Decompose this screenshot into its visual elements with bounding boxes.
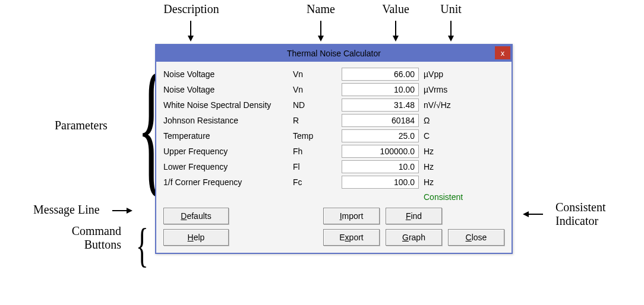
graph-button[interactable]: Graph — [386, 229, 442, 246]
param-name: Fh — [293, 147, 337, 156]
export-button[interactable]: Export — [323, 229, 380, 246]
param-value-input[interactable] — [342, 176, 419, 189]
param-value-input[interactable] — [342, 145, 419, 158]
arrow-down-icon — [188, 36, 194, 42]
param-name: Fl — [293, 162, 337, 171]
param-row: Johnson ResistanceRΩ — [163, 113, 504, 128]
param-name: Temp — [293, 131, 337, 141]
param-description: Temperature — [163, 131, 288, 141]
param-name: Vn — [293, 69, 337, 79]
param-description: Lower Frequency — [163, 162, 288, 171]
param-row: 1/f Corner FrequencyFcHz — [163, 174, 504, 190]
help-button[interactable]: Help — [163, 229, 229, 246]
param-row: Upper FrequencyFhHz — [163, 144, 504, 159]
param-description: White Noise Spectral Density — [163, 100, 288, 110]
anno-value: Value — [378, 2, 413, 16]
find-button[interactable]: Find — [386, 208, 442, 224]
arrow-right-icon — [127, 208, 132, 214]
titlebar[interactable]: Thermal Noise Calculator x — [156, 45, 512, 62]
anno-name: Name — [303, 2, 339, 16]
param-description: Noise Voltage — [163, 85, 288, 94]
param-unit: C — [424, 131, 471, 141]
client-area: Noise VoltageVnµVppNoise VoltageVnµVrmsW… — [156, 62, 512, 253]
param-unit: Ω — [424, 116, 471, 125]
arrow-down-icon — [393, 36, 399, 42]
anno-consistent-indicator: Consistent Indicator — [523, 201, 605, 228]
param-name: R — [293, 116, 337, 125]
param-description: Johnson Resistance — [163, 116, 288, 125]
param-unit: Hz — [424, 177, 471, 187]
arrow-left-icon — [523, 211, 529, 217]
param-name: Vn — [293, 85, 337, 94]
param-value-input[interactable] — [342, 83, 419, 96]
close-button[interactable]: Close — [448, 229, 504, 246]
arrow-down-icon — [318, 36, 324, 42]
param-unit: Hz — [424, 147, 471, 156]
status-consistent: Consistent — [424, 192, 495, 202]
message-line: Consistent — [163, 190, 504, 204]
param-unit: µVpp — [424, 69, 471, 79]
param-value-input[interactable] — [342, 160, 419, 173]
close-icon[interactable]: x — [495, 46, 510, 59]
anno-message-line: Message Line — [33, 203, 132, 217]
param-name: Fc — [293, 177, 337, 187]
param-name: ND — [293, 100, 337, 110]
param-row: TemperatureTempC — [163, 128, 504, 144]
arrow-down-icon — [448, 36, 454, 42]
param-value-input[interactable] — [342, 114, 419, 127]
param-row: Noise VoltageVnµVpp — [163, 66, 504, 82]
param-unit: nV/√Hz — [424, 100, 471, 110]
anno-unit: Unit — [436, 2, 466, 16]
param-description: Noise Voltage — [163, 69, 288, 79]
anno-description: Description — [162, 2, 221, 16]
param-row: Noise VoltageVnµVrms — [163, 82, 504, 97]
param-row: Lower FrequencyFlHz — [163, 159, 504, 174]
param-value-input[interactable] — [342, 99, 419, 112]
brace-icon: { — [136, 227, 149, 263]
param-value-input[interactable] — [342, 68, 419, 81]
defaults-button[interactable]: Defaults — [163, 208, 229, 224]
param-description: Upper Frequency — [163, 147, 288, 156]
anno-command-buttons: Command Buttons — [56, 224, 121, 252]
param-unit: µVrms — [424, 85, 471, 94]
import-button[interactable]: Import — [323, 208, 380, 224]
calculator-window: Thermal Noise Calculator x Noise Voltage… — [155, 44, 513, 254]
anno-parameters: Parameters — [55, 119, 108, 132]
window-title: Thermal Noise Calculator — [287, 49, 381, 58]
param-description: 1/f Corner Frequency — [163, 177, 288, 187]
param-value-input[interactable] — [342, 129, 419, 142]
param-row: White Noise Spectral DensityNDnV/√Hz — [163, 97, 504, 113]
param-unit: Hz — [424, 162, 471, 171]
